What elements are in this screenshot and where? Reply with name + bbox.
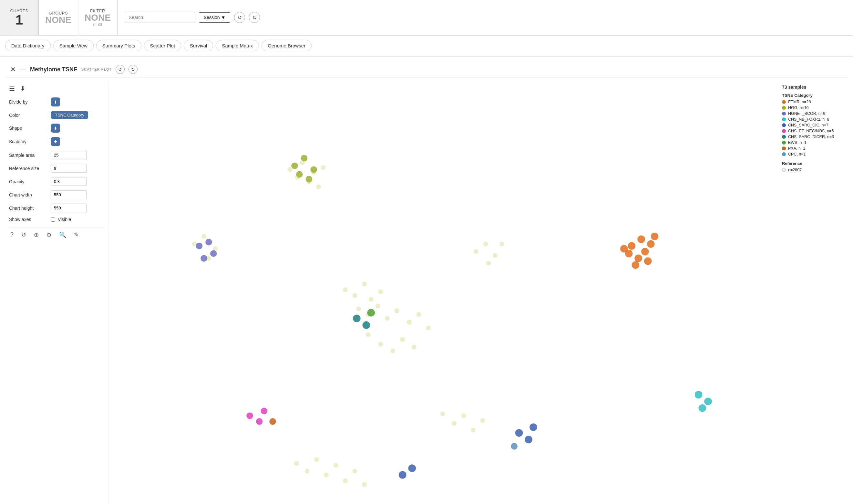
legend-dot (782, 146, 786, 150)
tab-scatter-plot[interactable]: Scatter Plot (144, 40, 181, 51)
reset-button-1[interactable]: ↺ (234, 12, 245, 23)
legend-item: CNS_ET_NEC/NOS, n=5 (782, 129, 843, 133)
color-label: Color (9, 113, 51, 118)
help-icon[interactable]: ? (10, 231, 14, 238)
charts-section: CHARTS 1 (0, 0, 39, 35)
legend-category-label: TSNE Category (782, 93, 843, 98)
download-icon[interactable]: ⬇ (20, 85, 25, 92)
close-button[interactable]: ✕ (10, 66, 16, 73)
tab-sample-matrix[interactable]: Sample Matrix (216, 40, 259, 51)
chart-height-label: Chart height (9, 205, 51, 211)
tab-data-dictionary[interactable]: Data Dictionary (5, 40, 51, 51)
svg-point-90 (529, 423, 537, 431)
svg-point-37 (324, 472, 329, 477)
shape-button[interactable]: + (51, 124, 60, 132)
svg-point-19 (369, 297, 373, 302)
svg-point-14 (500, 242, 504, 247)
chart-reset-1[interactable]: ↺ (116, 65, 125, 74)
search-icon[interactable]: 🔍 (59, 231, 66, 238)
svg-point-24 (385, 316, 390, 321)
filter-section: FILTER NONE n=80 (78, 0, 118, 35)
svg-point-77 (644, 257, 652, 265)
legend-panel: 73 samples TSNE Category ETMR, n=28 HGG,… (777, 81, 848, 504)
svg-point-86 (210, 250, 217, 257)
zoom-in-icon[interactable]: ⊕ (34, 231, 39, 238)
svg-point-16 (343, 288, 348, 292)
menu-icon[interactable]: ☰ (9, 85, 15, 92)
svg-point-25 (395, 308, 399, 313)
session-button[interactable]: Session ▼ (199, 12, 230, 23)
chart-header: ✕ — Methylome TSNE SCATTER PLOT ↺ ↻ (5, 61, 848, 77)
nav-tabs: Data Dictionary Sample View Summary Plot… (0, 36, 853, 56)
legend-item-label: HGG, n=10 (788, 106, 809, 110)
legend-item: CNS_SARC_DICER, n=3 (782, 134, 843, 139)
legend-item: CNS_NB_FOXR2, n=8 (782, 117, 843, 122)
svg-point-33 (412, 345, 417, 349)
scale-by-row: Scale by + (9, 137, 104, 146)
left-panel: ☰ ⬇ Divide by + Color TSNE Category Shap… (5, 81, 108, 504)
visible-checkbox-row: Visible (51, 217, 71, 222)
svg-point-32 (400, 337, 405, 342)
ref-size-row: Reference size 9 (9, 164, 104, 173)
zoom-out-icon[interactable]: ⊖ (47, 231, 51, 238)
scale-by-button[interactable]: + (51, 137, 60, 146)
reset-button-2[interactable]: ↻ (249, 12, 260, 23)
divide-by-button[interactable]: + (51, 97, 60, 107)
legend-dot (782, 112, 786, 115)
svg-point-94 (256, 418, 263, 425)
svg-point-97 (704, 397, 712, 405)
legend-item: CNS_SARC_CIC, n=7 (782, 123, 843, 127)
svg-point-95 (261, 408, 268, 414)
sample-area-input[interactable]: 25 (51, 151, 87, 159)
scale-by-label: Scale by (9, 139, 51, 144)
edit-icon[interactable]: ✎ (74, 231, 79, 238)
opacity-input[interactable]: 0.8 (51, 177, 87, 186)
svg-point-27 (417, 312, 421, 317)
legend-dot (782, 123, 786, 127)
opacity-label: Opacity (9, 179, 51, 184)
svg-point-18 (362, 282, 367, 287)
opacity-row: Opacity 0.8 (9, 177, 104, 186)
legend-dot (782, 135, 786, 139)
svg-point-91 (399, 471, 406, 479)
svg-point-13 (493, 253, 498, 258)
ref-size-input[interactable]: 9 (51, 164, 87, 173)
legend-item-label: PXA, n=1 (788, 146, 805, 151)
search-input[interactable] (124, 12, 195, 23)
svg-point-80 (301, 155, 308, 162)
shape-row: Shape + (9, 124, 104, 132)
chart-reset-2[interactable]: ↻ (128, 65, 138, 74)
tab-genome-browser[interactable]: Genome Browser (262, 40, 312, 51)
tab-survival[interactable]: Survival (184, 40, 213, 51)
svg-point-41 (362, 482, 367, 487)
tab-summary-plots[interactable]: Summary Plots (96, 40, 141, 51)
svg-point-40 (352, 469, 358, 474)
top-bar: CHARTS 1 GROUPS NONE FILTER NONE n=80 Se… (0, 0, 853, 36)
svg-point-100 (363, 321, 370, 329)
svg-point-65 (452, 421, 456, 426)
minimize-button[interactable]: — (20, 66, 26, 73)
legend-item: PXA, n=1 (782, 146, 843, 151)
legend-item: HGNET_BCOR, n=9 (782, 111, 843, 116)
groups-value: NONE (45, 16, 71, 24)
svg-point-85 (205, 239, 212, 246)
charts-value: 1 (16, 13, 23, 27)
visible-checkbox[interactable] (51, 217, 55, 222)
refresh-icon[interactable]: ↺ (21, 231, 26, 238)
legend-item-label: HGNET_BCOR, n=9 (788, 111, 825, 116)
tab-sample-view[interactable]: Sample View (53, 40, 94, 51)
svg-point-17 (352, 293, 358, 298)
svg-point-0 (288, 167, 292, 172)
color-button[interactable]: TSNE Category (51, 111, 88, 119)
legend-reference-section: Reference n=2807 (782, 161, 843, 172)
legend-ref-dot (782, 168, 786, 172)
svg-point-20 (378, 289, 383, 294)
chart-width-label: Chart width (9, 192, 51, 197)
top-controls: Session ▼ ↺ ↻ (118, 12, 853, 23)
svg-point-35 (305, 469, 310, 474)
svg-point-11 (474, 249, 478, 254)
chart-height-input[interactable]: 550 (51, 203, 87, 212)
legend-item-label: CNS_NB_FOXR2, n=8 (788, 117, 829, 122)
chart-width-input[interactable]: 550 (51, 191, 87, 199)
divide-by-label: Divide by (9, 100, 51, 105)
